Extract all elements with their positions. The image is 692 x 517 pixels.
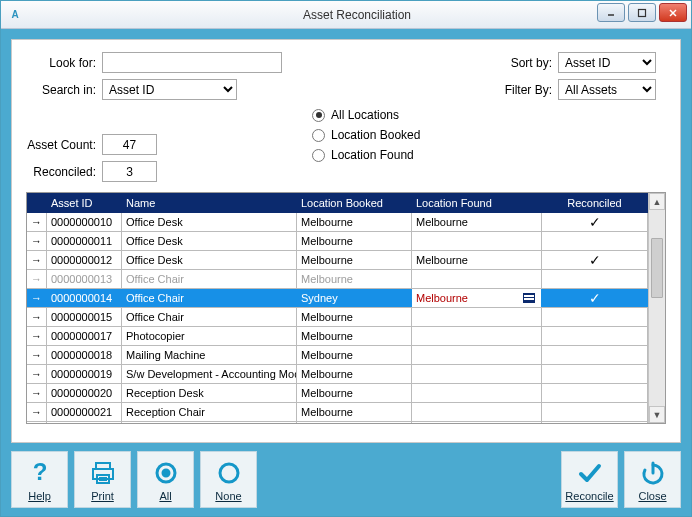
row-arrow-icon: → bbox=[27, 346, 47, 364]
table-row[interactable]: →0000000010Office DeskMelbourneMelbourne… bbox=[27, 213, 648, 232]
close-icon bbox=[668, 8, 678, 18]
radio-label: Location Booked bbox=[331, 128, 420, 142]
cell-reconciled bbox=[542, 308, 648, 326]
toolbar: ? Help Print All None Reconcile bbox=[11, 451, 681, 508]
col-reconciled[interactable]: Reconciled bbox=[542, 193, 648, 213]
col-asset-id[interactable]: Asset ID bbox=[47, 193, 122, 213]
col-location-booked[interactable]: Location Booked bbox=[297, 193, 412, 213]
filter-by-select[interactable]: All Assets bbox=[558, 79, 656, 100]
radio-icon bbox=[312, 149, 325, 162]
col-name[interactable]: Name bbox=[122, 193, 297, 213]
cell-asset-id: 0000000018 bbox=[47, 346, 122, 364]
check-icon: ✓ bbox=[589, 252, 601, 268]
table-row[interactable]: →0000000021Reception ChairMelbourne bbox=[27, 403, 648, 422]
cell-name: S/w Development - Accounting Mod bbox=[122, 365, 297, 383]
row-arrow-icon: → bbox=[27, 213, 47, 231]
radio-location-booked[interactable]: Location Booked bbox=[312, 128, 420, 142]
maximize-icon bbox=[637, 8, 647, 18]
table-row[interactable]: →0000000015Office ChairMelbourne bbox=[27, 308, 648, 327]
check-icon: ✓ bbox=[589, 290, 601, 306]
cell-asset-id: 0000000011 bbox=[47, 232, 122, 250]
svg-rect-6 bbox=[524, 298, 534, 300]
row-arrow-icon: → bbox=[27, 384, 47, 402]
search-in-label: Search in: bbox=[26, 83, 96, 97]
table-row[interactable]: →0000000011Office DeskMelbourne bbox=[27, 232, 648, 251]
content-frame: Look for: Search in: Asset ID Asset Coun… bbox=[1, 29, 691, 516]
table-row[interactable]: →0000000020Reception DeskMelbourne bbox=[27, 384, 648, 403]
scroll-up-button[interactable]: ▲ bbox=[649, 193, 665, 210]
power-icon bbox=[640, 458, 666, 488]
svg-rect-5 bbox=[524, 295, 534, 297]
cell-name: Mailing Machine bbox=[122, 346, 297, 364]
minimize-button[interactable] bbox=[597, 3, 625, 22]
cell-reconciled: ✓ bbox=[542, 289, 648, 307]
check-icon: ✓ bbox=[589, 214, 601, 230]
radio-all-locations[interactable]: All Locations bbox=[312, 108, 420, 122]
table-row[interactable]: →0000000017PhotocopierMelbourne bbox=[27, 327, 648, 346]
button-label: Close bbox=[638, 490, 666, 502]
table-row[interactable]: →0000000013Office ChairMelbourne bbox=[27, 270, 648, 289]
help-icon: ? bbox=[27, 458, 53, 488]
radio-label: All Locations bbox=[331, 108, 399, 122]
maximize-button[interactable] bbox=[628, 3, 656, 22]
cell-location-booked: Melbourne bbox=[297, 384, 412, 402]
button-label: Help bbox=[28, 490, 51, 502]
scroll-thumb[interactable] bbox=[651, 238, 663, 298]
row-arrow-icon: → bbox=[27, 251, 47, 269]
button-label: None bbox=[215, 490, 241, 502]
cell-location-booked: Melbourne bbox=[297, 232, 412, 250]
help-button[interactable]: ? Help bbox=[11, 451, 68, 508]
print-button[interactable]: Print bbox=[74, 451, 131, 508]
radio-icon bbox=[312, 129, 325, 142]
cell-reconciled: ✓ bbox=[542, 251, 648, 269]
look-for-input[interactable] bbox=[102, 52, 282, 73]
button-label: All bbox=[159, 490, 171, 502]
search-in-select[interactable]: Asset ID bbox=[102, 79, 237, 100]
row-arrow-icon: → bbox=[27, 308, 47, 326]
table-row[interactable]: →0000000012Office DeskMelbourneMelbourne… bbox=[27, 251, 648, 270]
table-row[interactable]: →0000000019S/w Development - Accounting … bbox=[27, 365, 648, 384]
cell-reconciled: ✓ bbox=[542, 213, 648, 231]
cell-name: Office Chair bbox=[122, 270, 297, 288]
cell-asset-id: 0000000017 bbox=[47, 327, 122, 345]
cell-asset-id: 0000000015 bbox=[47, 308, 122, 326]
cell-location-booked: Melbourne bbox=[297, 346, 412, 364]
table-row[interactable]: →0000000022RefrigeratorMelbourne bbox=[27, 422, 648, 423]
close-button[interactable]: Close bbox=[624, 451, 681, 508]
row-arrow-icon: → bbox=[27, 327, 47, 345]
grid-header: Asset ID Name Location Booked Location F… bbox=[27, 193, 648, 213]
cell-name: Reception Chair bbox=[122, 403, 297, 421]
col-location-found[interactable]: Location Found bbox=[412, 193, 542, 213]
cell-asset-id: 0000000014 bbox=[47, 289, 122, 307]
asset-count-value bbox=[102, 134, 157, 155]
cell-location-booked: Melbourne bbox=[297, 365, 412, 383]
cell-location-found bbox=[412, 327, 542, 345]
filter-col-right: Sort by: Asset ID Filter By: All Assets bbox=[497, 52, 656, 182]
cell-location-found bbox=[412, 422, 542, 423]
cell-asset-id: 0000000020 bbox=[47, 384, 122, 402]
check-icon bbox=[576, 458, 604, 488]
none-button[interactable]: None bbox=[200, 451, 257, 508]
cell-location-found bbox=[412, 403, 542, 421]
close-window-button[interactable] bbox=[659, 3, 687, 22]
button-label: Print bbox=[91, 490, 114, 502]
scroll-down-button[interactable]: ▼ bbox=[649, 406, 665, 423]
table-row[interactable]: →0000000018Mailing MachineMelbourne bbox=[27, 346, 648, 365]
reconcile-button[interactable]: Reconcile bbox=[561, 451, 618, 508]
scroll-track[interactable] bbox=[649, 210, 665, 406]
grid-body: →0000000010Office DeskMelbourneMelbourne… bbox=[27, 213, 648, 423]
table-row[interactable]: →0000000014Office ChairSydneyMelbourne✓ bbox=[27, 289, 648, 308]
row-arrow-icon: → bbox=[27, 289, 47, 307]
scrollbar[interactable]: ▲ ▼ bbox=[648, 193, 665, 423]
cell-location-found bbox=[412, 384, 542, 402]
radio-location-found[interactable]: Location Found bbox=[312, 148, 420, 162]
minimize-icon bbox=[606, 8, 616, 18]
cell-location-found bbox=[412, 365, 542, 383]
filter-by-label: Filter By: bbox=[497, 83, 552, 97]
svg-text:?: ? bbox=[32, 460, 47, 485]
all-button[interactable]: All bbox=[137, 451, 194, 508]
row-arrow-icon: → bbox=[27, 270, 47, 288]
cell-asset-id: 0000000012 bbox=[47, 251, 122, 269]
sort-by-select[interactable]: Asset ID bbox=[558, 52, 656, 73]
cell-reconciled bbox=[542, 384, 648, 402]
